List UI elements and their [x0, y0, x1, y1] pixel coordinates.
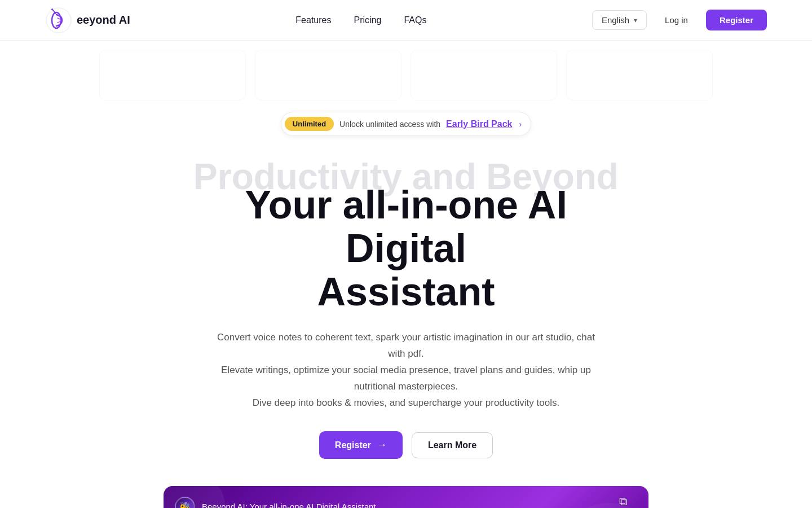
unlimited-pill: Unlimited	[285, 117, 334, 131]
hero-content: Productivity and Beyond Your all-in-one …	[0, 141, 812, 508]
badge-text: Unlock unlimited access with	[339, 120, 440, 129]
video-avatar: 🐝	[175, 497, 195, 508]
svg-point-0	[46, 8, 71, 33]
heading-line1: Your all-in-one AI Digital	[245, 183, 567, 270]
desc-line1: Convert voice notes to coherent text, sp…	[217, 332, 595, 359]
desc-line2: Elevate writings, optimize your social m…	[221, 365, 591, 392]
register-hero-label: Register	[335, 440, 371, 450]
badge-arrow-icon: ›	[519, 120, 522, 129]
language-label: English	[602, 15, 629, 25]
navbar: eeyond AI Features Pricing FAQs English …	[0, 0, 812, 41]
copy-link-button[interactable]: ⧉ Copy link	[610, 495, 637, 508]
avatar-icon: 🐝	[179, 501, 191, 508]
main-heading: Your all-in-one AI Digital Assistant	[180, 183, 632, 314]
early-bird-link[interactable]: Early Bird Pack	[446, 119, 512, 129]
register-arrow-icon: →	[377, 439, 387, 451]
top-card-2	[255, 50, 401, 100]
unlimited-badge: Unlimited Unlock unlimited access with E…	[281, 112, 531, 136]
cta-buttons: Register → Learn More	[319, 431, 493, 459]
video-header: 🐝 Beeyond AI: Your all-in-one AI Digital…	[164, 486, 648, 508]
register-hero-button[interactable]: Register →	[319, 431, 403, 459]
top-card-1	[99, 50, 246, 100]
learn-more-button[interactable]: Learn More	[412, 432, 493, 458]
video-preview[interactable]: 🐝 Beeyond AI: Your all-in-one AI Digital…	[164, 486, 648, 508]
hero-container: Unlimited Unlock unlimited access with E…	[0, 41, 812, 508]
register-nav-button[interactable]: Register	[706, 10, 767, 30]
language-selector[interactable]: English ▾	[592, 10, 647, 30]
copy-icon: ⧉	[619, 495, 627, 508]
heading-line2: Assistant	[317, 270, 495, 314]
nav-links: Features Pricing FAQs	[295, 15, 426, 25]
logo[interactable]: eeyond AI	[45, 7, 130, 34]
top-cards-row	[0, 41, 812, 105]
chevron-down-icon: ▾	[634, 16, 637, 24]
login-button[interactable]: Log in	[654, 11, 699, 29]
video-title: Beeyond AI: Your all-in-one AI Digital A…	[202, 502, 376, 508]
unlimited-badge-row: Unlimited Unlock unlimited access with E…	[0, 112, 812, 136]
video-title-group: 🐝 Beeyond AI: Your all-in-one AI Digital…	[175, 497, 376, 508]
top-card-3	[411, 50, 557, 100]
nav-pricing[interactable]: Pricing	[354, 15, 381, 25]
logo-text: eeyond AI	[77, 14, 130, 27]
hero-description: Convert voice notes to coherent text, sp…	[209, 330, 603, 411]
top-card-4	[566, 50, 713, 100]
svg-point-2	[51, 8, 53, 10]
nav-right: English ▾ Log in Register	[592, 10, 767, 30]
nav-faqs[interactable]: FAQs	[404, 15, 426, 25]
nav-features[interactable]: Features	[295, 15, 331, 25]
desc-line3: Dive deep into books & movies, and super…	[253, 397, 559, 408]
